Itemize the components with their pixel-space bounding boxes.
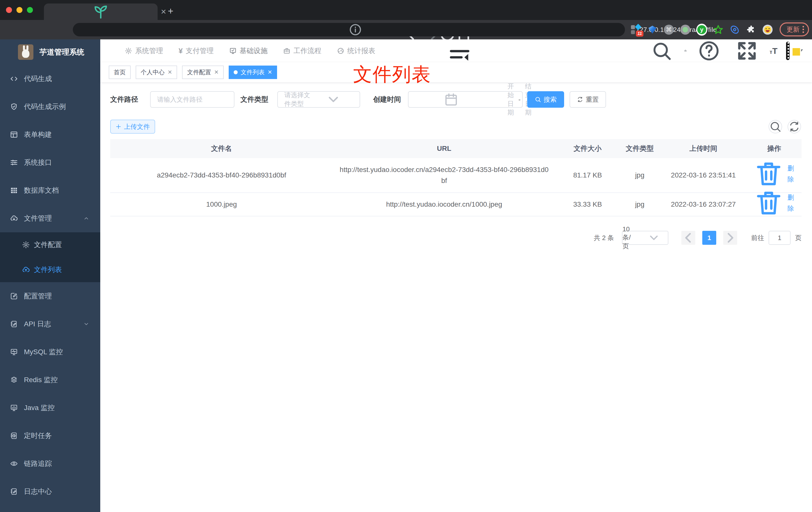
goto-label: 前往 <box>751 234 764 242</box>
font-size-icon[interactable]: тT <box>770 46 778 56</box>
tag-profile[interactable]: 个人中心✕ <box>136 65 177 79</box>
site-info-icon[interactable] <box>79 23 632 36</box>
extension-command-icon[interactable]: ⌘ <box>663 24 674 35</box>
screen: 芋道管理系统 ✕ + 127.0.0.1:1024/infra/file/fil… <box>0 0 812 512</box>
github-icon[interactable] <box>685 46 686 56</box>
search-button[interactable]: 搜索 <box>527 91 564 108</box>
extension-dot-icon[interactable] <box>680 24 691 35</box>
sidebar-item-code-gen-example[interactable]: 代码生成示例 <box>0 93 100 121</box>
fullscreen-icon[interactable] <box>732 39 762 62</box>
extensions-puzzle-icon[interactable] <box>746 24 757 35</box>
window-minimize-button[interactable] <box>17 7 23 13</box>
cloud-download-icon <box>10 214 18 222</box>
tag-close-icon[interactable]: ✕ <box>168 69 172 76</box>
page-suffix-label: 页 <box>795 234 802 242</box>
annotation-overlay-text: 文件列表 <box>353 62 431 88</box>
help-icon[interactable] <box>694 39 724 62</box>
file-path-label: 文件路径 <box>110 95 138 104</box>
window-close-button[interactable] <box>6 7 12 13</box>
sidebar-logo[interactable]: 芋道管理系统 <box>0 39 100 65</box>
tag-close-icon[interactable]: ✕ <box>214 69 219 76</box>
header-actions: тT <box>646 39 803 62</box>
address-bar[interactable]: 127.0.0.1:1024/infra/file/file <box>73 23 625 36</box>
sidebar-item-java-monitor[interactable]: Java 监控 <box>0 394 100 422</box>
tag-close-icon[interactable]: ✕ <box>268 69 272 76</box>
user-avatar[interactable] <box>786 42 789 60</box>
top-nav-payment[interactable]: ¥ 支付管理 <box>179 46 214 56</box>
cell-file-url: http://test.yudao.iocoder.cn/1000.jpeg <box>333 199 556 210</box>
sidebar: 芋道管理系统 代码生成 代码生成示例 表单构建 系统接口 数据库文档 <box>0 39 100 512</box>
cell-file-type: jpg <box>620 199 660 210</box>
sidebar-item-config-management[interactable]: 配置管理 <box>0 282 100 310</box>
sidebar-item-code-gen[interactable]: 代码生成 <box>0 65 100 93</box>
table-header-row: 文件名 URL 文件大小 文件类型 上传时间 操作 <box>110 139 802 158</box>
top-nav-reports[interactable]: 统计报表 <box>337 46 375 56</box>
sidebar-item-log-center[interactable]: 日志中心 <box>0 478 100 506</box>
extension-badge-icon[interactable]: 11 <box>631 24 641 35</box>
cell-file-url: http://test.yudao.iocoder.cn/a294ecb2-73… <box>333 164 556 186</box>
top-nav-workflow[interactable]: 工作流程 <box>283 46 321 56</box>
dashboard-icon <box>337 47 344 55</box>
sidebar-item-file-list[interactable]: 文件列表 <box>0 257 100 282</box>
upload-file-button[interactable]: 上传文件 <box>110 120 155 133</box>
app-header: 系统管理 ¥ 支付管理 基础设施 工作流程 统计报表 <box>100 39 812 62</box>
sidebar-menu: 代码生成 代码生成示例 表单构建 系统接口 数据库文档 文件管理 <box>0 65 100 506</box>
tag-file-list[interactable]: 文件列表✕ <box>229 65 277 79</box>
form-grid-icon <box>10 131 18 139</box>
extension-gem-icon[interactable] <box>647 24 658 35</box>
current-page-button[interactable]: 1 <box>702 231 716 245</box>
sidebar-item-system-api[interactable]: 系统接口 <box>0 149 100 177</box>
sidebar-item-scheduled-tasks[interactable]: 定时任务 <box>0 422 100 450</box>
browser-menu-icon[interactable] <box>803 26 804 33</box>
tag-file-config[interactable]: 文件配置✕ <box>182 65 224 79</box>
table-toolbar: 上传文件 <box>110 120 802 133</box>
file-type-select[interactable]: 请选择文件类型 <box>277 91 360 108</box>
top-nav-infrastructure[interactable]: 基础设施 <box>229 46 268 56</box>
window-zoom-button[interactable] <box>27 7 33 13</box>
sidebar-item-tracing[interactable]: 链路追踪 <box>0 450 100 478</box>
prev-page-button[interactable] <box>681 231 695 245</box>
refresh-table-button[interactable] <box>788 120 801 133</box>
col-header-time: 上传时间 <box>660 143 747 154</box>
page-size-select[interactable]: 10条/页 <box>622 231 668 245</box>
sidebar-item-db-doc[interactable]: 数据库文档 <box>0 177 100 204</box>
chevron-left-icon <box>681 231 695 245</box>
pagination-total: 共 2 条 <box>594 234 614 242</box>
sidebar-item-redis-monitor[interactable]: Redis 监控 <box>0 366 100 394</box>
extension-star-icon[interactable] <box>713 24 724 35</box>
goto-page-input[interactable] <box>768 231 790 245</box>
next-page-button[interactable] <box>723 231 737 245</box>
chevron-down-icon <box>640 231 668 244</box>
search-icon[interactable] <box>646 39 677 62</box>
extension-emoji-icon[interactable] <box>762 24 773 35</box>
browser-tab[interactable]: 芋道管理系统 ✕ <box>44 3 157 20</box>
delete-button[interactable]: 删除 <box>753 187 795 219</box>
sidebar-item-mysql-monitor[interactable]: MySQL 监控 <box>0 338 100 366</box>
extension-y-icon[interactable]: y <box>696 24 707 35</box>
delete-button[interactable]: 删除 <box>753 158 795 189</box>
sidebar-item-form-builder[interactable]: 表单构建 <box>0 121 100 149</box>
top-nav-system[interactable]: 系统管理 <box>125 46 163 56</box>
file-type-label: 文件类型 <box>240 95 268 104</box>
chevron-down-icon <box>312 92 355 107</box>
tag-home[interactable]: 首页 <box>109 65 131 79</box>
code-icon <box>10 75 18 83</box>
file-path-input[interactable]: 请输入文件路径 <box>150 91 234 108</box>
new-tab-button[interactable]: + <box>165 5 177 17</box>
sidebar-item-file-config[interactable]: 文件配置 <box>0 232 100 257</box>
refresh-icon <box>577 96 583 103</box>
trash-icon <box>753 158 785 189</box>
col-header-url: URL <box>333 143 556 154</box>
reset-button[interactable]: 重置 <box>570 91 606 108</box>
cell-file-size: 33.33 KB <box>555 199 620 210</box>
date-range-picker[interactable]: 开始日期 - 结束日期 <box>408 91 523 108</box>
sidebar-item-api-log[interactable]: API 日志 <box>0 310 100 338</box>
extension-eye-icon[interactable] <box>729 24 740 35</box>
toggle-search-button[interactable] <box>768 120 782 133</box>
cell-file-name: 1000.jpeg <box>110 199 333 210</box>
sidebar-item-file-management[interactable]: 文件管理 <box>0 204 100 232</box>
monitor-pulse-icon <box>10 348 18 356</box>
col-header-type: 文件类型 <box>620 143 660 154</box>
tags-view-bar: 首页 个人中心✕ 文件配置✕ 文件列表✕ <box>100 62 812 82</box>
browser-update-button[interactable]: 更新 <box>780 23 809 36</box>
